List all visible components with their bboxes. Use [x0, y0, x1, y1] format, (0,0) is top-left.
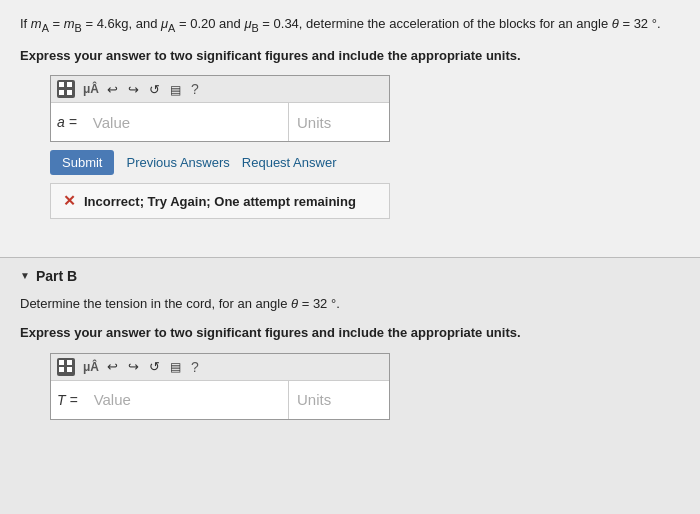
error-icon: ✕	[63, 192, 76, 210]
keyboard-button-b[interactable]: ▤	[168, 359, 183, 374]
grid-cell	[59, 90, 64, 95]
grid-cell-b	[67, 360, 72, 365]
grid-icon[interactable]	[59, 82, 73, 96]
instruction-text: Express your answer to two significant f…	[20, 46, 680, 66]
request-answer-link[interactable]: Request Answer	[242, 155, 337, 170]
keyboard-icon: ▤	[170, 83, 181, 97]
answer-box-a: μÂ ↩ ↪ ↺ ▤ ? a = Value Units	[50, 75, 390, 142]
grid-icon-b[interactable]	[59, 360, 73, 374]
units-input-a[interactable]: Units	[289, 103, 389, 141]
undo-button[interactable]: ↩	[105, 82, 120, 97]
error-box: ✕ Incorrect; Try Again; One attempt rema…	[50, 183, 390, 219]
keyboard-button[interactable]: ▤	[168, 82, 183, 97]
grid-icon-wrapper-b[interactable]	[57, 358, 75, 376]
error-message: Incorrect; Try Again; One attempt remain…	[84, 194, 356, 209]
input-row-a: a = Value Units	[51, 103, 389, 141]
help-icon[interactable]: ?	[191, 81, 199, 97]
grid-cell	[67, 82, 72, 87]
help-icon-b[interactable]: ?	[191, 359, 199, 375]
undo-button-b[interactable]: ↩	[105, 359, 120, 374]
redo-button[interactable]: ↪	[126, 82, 141, 97]
part-b-desc-text: Determine the tension in the cord, for a…	[20, 296, 340, 311]
problem-text-intro: If mA = mB = 4.6kg, and μA = 0.20 and μB…	[20, 16, 661, 31]
keyboard-icon-b: ▤	[170, 360, 181, 374]
grid-cell	[59, 82, 64, 87]
answer-box-b: μÂ ↩ ↪ ↺ ▤ ? T = Value Units	[50, 353, 390, 420]
mu-label[interactable]: μÂ	[83, 82, 99, 96]
part-b-section: ▼ Part B Determine the tension in the co…	[0, 257, 700, 515]
units-placeholder-a: Units	[297, 114, 331, 131]
units-placeholder-b: Units	[297, 391, 331, 408]
grid-cell-b	[59, 367, 64, 372]
grid-cell-b	[59, 360, 64, 365]
redo-button-b[interactable]: ↪	[126, 359, 141, 374]
grid-cell	[67, 90, 72, 95]
collapse-icon[interactable]: ▼	[20, 270, 30, 281]
toolbar-b: μÂ ↩ ↪ ↺ ▤ ?	[51, 354, 389, 381]
refresh-button[interactable]: ↺	[147, 82, 162, 97]
buttons-row-a: Submit Previous Answers Request Answer	[50, 150, 680, 175]
a-label: a =	[51, 103, 85, 141]
value-placeholder-b: Value	[94, 391, 131, 408]
grid-icon-wrapper[interactable]	[57, 80, 75, 98]
value-input-a[interactable]: Value	[85, 103, 289, 141]
part-b-instruction: Express your answer to two significant f…	[20, 323, 680, 343]
toolbar-a: μÂ ↩ ↪ ↺ ▤ ?	[51, 76, 389, 103]
value-input-b[interactable]: Value	[86, 381, 289, 419]
problem-statement: If mA = mB = 4.6kg, and μA = 0.20 and μB…	[20, 14, 680, 36]
t-label: T =	[51, 381, 86, 419]
value-placeholder-a: Value	[93, 114, 130, 131]
part-b-label: ▼ Part B	[20, 268, 680, 284]
instruction-bold: Express your answer to two significant f…	[20, 48, 521, 63]
previous-answers-link[interactable]: Previous Answers	[126, 155, 229, 170]
part-b-instruction-text: Express your answer to two significant f…	[20, 325, 521, 340]
units-input-b[interactable]: Units	[289, 381, 389, 419]
part-b-title: Part B	[36, 268, 77, 284]
part-b-description: Determine the tension in the cord, for a…	[20, 294, 680, 314]
part-a-section: If mA = mB = 4.6kg, and μA = 0.20 and μB…	[0, 0, 700, 257]
submit-button[interactable]: Submit	[50, 150, 114, 175]
refresh-button-b[interactable]: ↺	[147, 359, 162, 374]
input-row-b: T = Value Units	[51, 381, 389, 419]
grid-cell-b	[67, 367, 72, 372]
mu-label-b[interactable]: μÂ	[83, 360, 99, 374]
